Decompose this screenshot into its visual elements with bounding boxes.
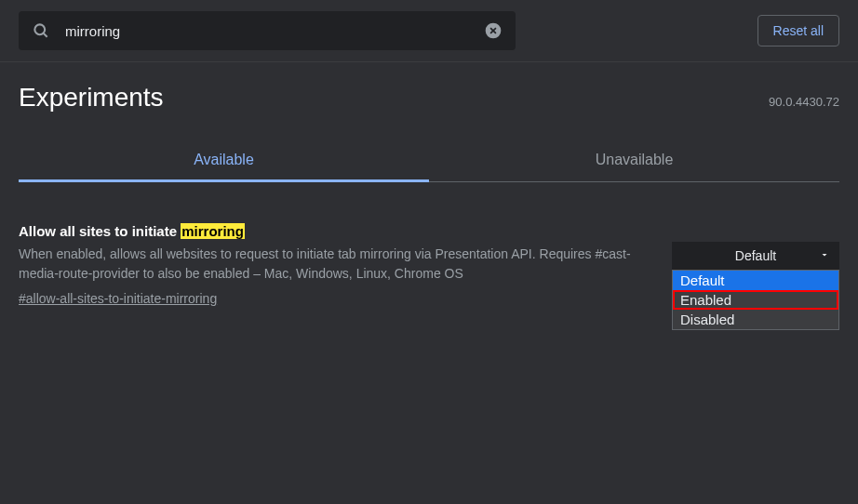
flag-title-highlight: mirroring (181, 223, 245, 239)
version-label: 90.0.4430.72 (769, 95, 839, 109)
search-input[interactable] (65, 23, 484, 39)
flag-dropdown: Default Enabled Disabled (672, 270, 839, 330)
flag-title-prefix: Allow all sites to initiate (19, 223, 181, 239)
svg-point-0 (34, 24, 45, 34)
flag-link[interactable]: #allow-all-sites-to-initiate-mirroring (19, 291, 217, 306)
header-divider (0, 61, 858, 62)
flag-description: When enabled, allows all websites to req… (19, 245, 653, 284)
flag-item: Allow all sites to initiate mirroring Wh… (19, 223, 839, 307)
search-icon (32, 21, 50, 40)
flag-select-value: Default (735, 248, 776, 263)
dropdown-option-default[interactable]: Default (673, 271, 838, 290)
clear-search-icon[interactable] (484, 21, 503, 40)
dropdown-option-disabled[interactable]: Disabled (673, 310, 838, 329)
chevron-down-icon (819, 248, 830, 263)
tab-unavailable[interactable]: Unavailable (429, 140, 839, 182)
dropdown-option-enabled[interactable]: Enabled (673, 290, 838, 310)
tabs: Available Unavailable (19, 140, 839, 182)
page-title: Experiments (19, 83, 164, 113)
flag-title: Allow all sites to initiate mirroring (19, 223, 653, 239)
reset-all-button[interactable]: Reset all (757, 15, 839, 46)
flag-select[interactable]: Default (672, 242, 839, 270)
header-bar: Reset all (0, 0, 858, 61)
svg-line-1 (44, 33, 47, 37)
tab-available[interactable]: Available (19, 140, 429, 182)
search-box[interactable] (19, 11, 516, 50)
